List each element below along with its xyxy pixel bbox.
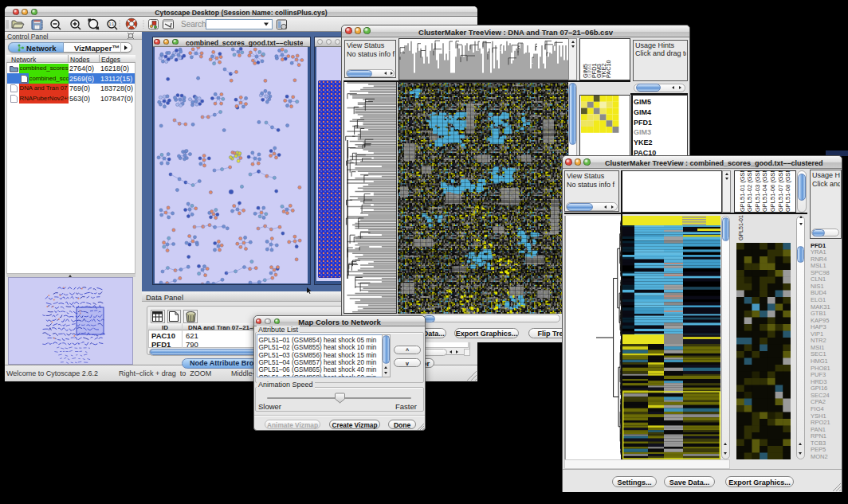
svg-text:Search:: Search: (181, 20, 208, 29)
svg-text:1:1: 1:1 (109, 22, 115, 26)
